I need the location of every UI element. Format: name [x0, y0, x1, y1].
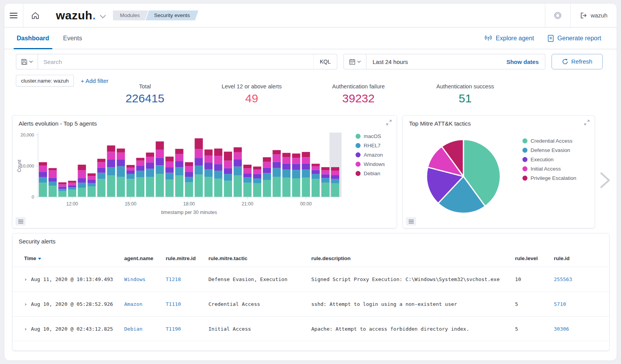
bar-segment[interactable]	[205, 156, 213, 163]
expand-icon[interactable]	[386, 119, 392, 126]
cell-agent-name[interactable]: Amazon	[124, 301, 166, 307]
bar-segment[interactable]	[234, 159, 242, 166]
bar-segment[interactable]	[58, 191, 66, 197]
bar-segment[interactable]	[263, 157, 271, 162]
column-header-time[interactable]: Time	[24, 255, 124, 261]
bar-segment[interactable]	[331, 175, 339, 179]
bar-segment[interactable]	[39, 166, 47, 172]
bar-segment[interactable]	[224, 152, 232, 160]
bar-segment[interactable]	[146, 157, 154, 162]
bar-segment[interactable]	[321, 167, 330, 170]
bar-segment[interactable]	[205, 169, 213, 177]
bar-segment[interactable]	[312, 164, 320, 166]
bar-segment[interactable]	[331, 171, 339, 175]
bar-segment[interactable]	[234, 147, 242, 152]
bar-segment[interactable]	[214, 148, 222, 156]
legend-item-macos[interactable]: macOS	[356, 133, 385, 139]
bar-segment[interactable]	[107, 152, 115, 160]
bar-segment[interactable]	[156, 141, 164, 150]
bar-segment[interactable]	[321, 174, 330, 178]
expand-row-icon[interactable]: ›	[24, 326, 27, 332]
expand-icon[interactable]	[584, 119, 590, 126]
bar-segment[interactable]	[214, 179, 222, 197]
bar-segment[interactable]	[253, 174, 261, 178]
bar-segment[interactable]	[224, 174, 232, 181]
bar-segment[interactable]	[39, 172, 47, 177]
bar-segment[interactable]	[272, 162, 281, 168]
bar-segment[interactable]	[146, 153, 154, 157]
bar-segment[interactable]	[253, 178, 261, 183]
bar-segment[interactable]	[312, 174, 320, 179]
bar-segment[interactable]	[58, 187, 66, 189]
logout-menu[interactable]: wazuh	[571, 3, 617, 27]
cell-rule-mitre-id[interactable]: T1190	[166, 326, 208, 332]
bar-segment[interactable]	[292, 154, 300, 158]
bar-segment[interactable]	[78, 178, 86, 183]
bar-segment[interactable]	[185, 172, 193, 177]
bar-segment[interactable]	[127, 174, 135, 179]
menu-button[interactable]	[4, 3, 23, 27]
bar-segment[interactable]	[39, 183, 47, 197]
bar-segment[interactable]	[263, 168, 271, 173]
bar-segment[interactable]	[107, 167, 115, 175]
bar-segment[interactable]	[117, 148, 125, 152]
bar-segment[interactable]	[282, 170, 290, 178]
alert-row[interactable]: ›Aug 10, 2020 @ 05:28:52.926AmazonT1110C…	[12, 292, 609, 316]
column-header-agent-name[interactable]: agent.name	[124, 255, 166, 261]
bar-segment[interactable]	[302, 164, 310, 170]
bar-segment[interactable]	[136, 166, 144, 171]
bar-segment[interactable]	[107, 145, 115, 152]
legend-item-privilege-escalation[interactable]: Privilege Escalation	[522, 175, 576, 181]
legend-item-execution[interactable]: Execution	[522, 157, 576, 162]
legend-item-defense-evasion[interactable]: Defense Evasion	[522, 147, 576, 153]
stat-level12-value[interactable]: 49	[198, 92, 305, 105]
bar-segment[interactable]	[272, 177, 281, 197]
bar-segment[interactable]	[234, 152, 242, 159]
bar-segment[interactable]	[68, 183, 76, 185]
bar-segment[interactable]	[302, 152, 310, 157]
bar-segment[interactable]	[58, 189, 66, 191]
bar-segment[interactable]	[156, 158, 164, 165]
stat-total-value[interactable]: 226415	[92, 92, 198, 105]
bar-segment[interactable]	[253, 183, 261, 197]
bar-segment[interactable]	[68, 181, 76, 183]
alerts-evolution-bar-chart[interactable]: 010,00020,00012:0015:0018:0021:0000:00ti…	[16, 130, 352, 220]
legend-item-rhel7[interactable]: RHEL7	[356, 143, 385, 148]
bar-segment[interactable]	[78, 183, 86, 188]
bar-segment[interactable]	[321, 183, 330, 197]
bar-segment[interactable]	[58, 184, 66, 186]
bar-segment[interactable]	[263, 173, 271, 180]
bar-segment[interactable]	[136, 171, 144, 178]
bar-segment[interactable]	[49, 170, 57, 178]
bar-segment[interactable]	[321, 178, 330, 183]
bar-segment[interactable]	[272, 154, 281, 162]
bar-segment[interactable]	[49, 186, 57, 197]
bar-segment[interactable]	[331, 179, 339, 183]
bar-segment[interactable]	[97, 179, 106, 197]
bar-segment[interactable]	[165, 179, 173, 197]
stat-auth-success-value[interactable]: 51	[412, 92, 519, 105]
app-switcher-button[interactable]	[100, 15, 106, 19]
bar-segment[interactable]	[78, 188, 86, 197]
bar-segment[interactable]	[146, 169, 154, 177]
bar-segment[interactable]	[263, 180, 271, 197]
filter-pill-cluster-name[interactable]: cluster.name: wazuh	[16, 75, 74, 86]
bar-segment[interactable]	[302, 157, 310, 164]
bar-segment[interactable]	[156, 150, 164, 158]
legend-item-initial-access[interactable]: Initial Access	[522, 166, 576, 172]
stat-auth-failure-value[interactable]: 39232	[305, 92, 412, 105]
legend-item-amazon[interactable]: Amazon	[356, 152, 385, 158]
panel-options-button[interactable]	[406, 217, 416, 226]
bar-segment[interactable]	[68, 190, 76, 197]
bar-segment[interactable]	[87, 180, 95, 183]
bar-segment[interactable]	[107, 175, 115, 197]
bar-segment[interactable]	[205, 150, 213, 156]
bar-segment[interactable]	[302, 170, 310, 178]
bar-segment[interactable]	[68, 185, 76, 188]
bar-segment[interactable]	[272, 168, 281, 177]
panel-options-button[interactable]	[16, 217, 26, 226]
cell-agent-name[interactable]: Windows	[124, 276, 166, 282]
bar-segment[interactable]	[68, 187, 76, 190]
bar-segment[interactable]	[263, 162, 271, 168]
bar-segment[interactable]	[97, 159, 106, 162]
